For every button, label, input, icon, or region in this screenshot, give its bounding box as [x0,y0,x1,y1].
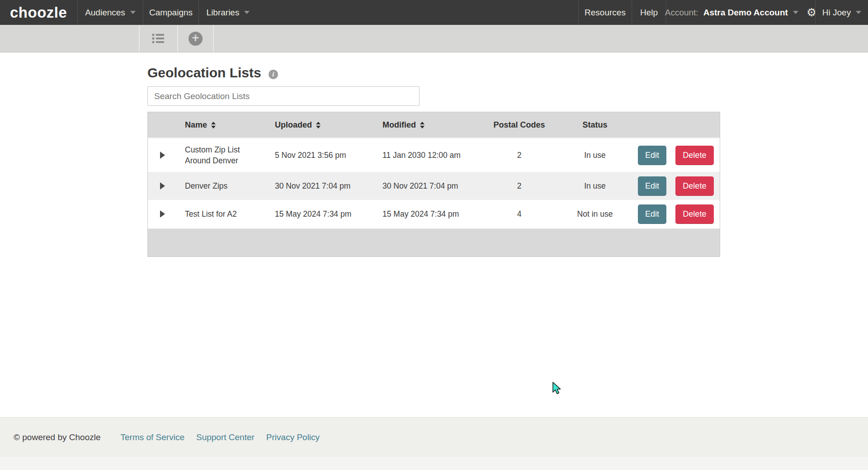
list-name: Test List for A2 [177,200,267,228]
navbar-spacer [257,0,578,25]
sort-icon [316,122,321,128]
nav-user-menu[interactable]: Hi Joey [815,0,868,25]
edit-button[interactable]: Edit [638,204,666,224]
table-row: Denver Zips 30 Nov 2021 7:04 pm 30 Nov 2… [148,172,720,200]
choozle-logo[interactable]: choozle [0,0,77,25]
table-footer-strip [148,228,720,256]
actions-column-header [638,112,720,138]
nav-campaigns[interactable]: Campaigns [143,0,198,25]
status-value: In use [552,138,638,172]
chevron-down-icon [244,11,250,14]
terms-of-service-link[interactable]: Terms of Service [121,432,184,442]
nav-resources-label: Resources [585,8,626,18]
main-content: Geolocation Lists i Name Uploaded [0,52,868,417]
status-header: Status [552,112,638,138]
sort-by-name[interactable]: Name [177,120,267,130]
status-value: In use [552,172,638,200]
modified-value: 30 Nov 2021 7:04 pm [376,172,486,200]
nav-help-label: Help [640,8,658,18]
tab-add-new[interactable]: + [178,25,213,52]
nav-audiences[interactable]: Audiences [77,0,143,25]
uploaded-value: 30 Nov 2021 7:04 pm [267,172,376,200]
sort-by-modified[interactable]: Modified [376,120,486,130]
privacy-policy-link[interactable]: Privacy Policy [266,432,320,442]
status-value: Not in use [552,200,638,228]
modified-value: 11 Jan 2030 12:00 am [376,138,486,172]
info-icon[interactable]: i [269,70,278,79]
nav-resources[interactable]: Resources [578,0,632,25]
delete-button[interactable]: Delete [675,176,714,196]
sort-icon [211,122,216,128]
geolocation-lists-table: Name Uploaded Modified Postal Codes Stat… [147,112,720,257]
nav-campaigns-label: Campaigns [149,8,193,18]
tab-separator [213,25,214,52]
sort-by-uploaded[interactable]: Uploaded [267,120,376,130]
chevron-down-icon [793,11,798,14]
uploaded-header-label: Uploaded [275,120,312,130]
nav-libraries[interactable]: Libraries [198,0,257,25]
table-header-row: Name Uploaded Modified Postal Codes Stat… [148,112,720,138]
copyright-text: © powered by Choozle [14,432,101,442]
page-title: Geolocation Lists [147,65,261,81]
expand-column-header [148,112,177,138]
support-center-link[interactable]: Support Center [196,432,255,442]
search-input[interactable] [147,86,420,106]
uploaded-value: 15 May 2024 7:34 pm [267,200,376,228]
postal-codes-value: 4 [486,200,552,228]
chevron-down-icon [856,11,861,14]
top-navbar: choozle Audiences Campaigns Libraries Re… [0,0,868,25]
nav-libraries-label: Libraries [207,8,240,18]
tab-strip: + [0,25,868,52]
list-icon [152,33,165,44]
account-prefix-label: Account: [665,8,698,18]
delete-button[interactable]: Delete [675,146,714,165]
modified-value: 15 May 2024 7:34 pm [376,200,486,228]
nav-audiences-label: Audiences [85,8,125,18]
list-name: Custom Zip List Around Denver [177,138,267,172]
expand-row-icon[interactable] [160,182,165,190]
modified-header-label: Modified [382,120,416,130]
name-header-label: Name [185,120,207,130]
chevron-down-icon [130,11,136,14]
postal-codes-value: 2 [486,172,552,200]
postal-codes-header: Postal Codes [486,112,552,138]
edit-button[interactable]: Edit [638,146,666,165]
plus-circle-icon: + [189,32,203,46]
account-name: Astra Demo Account [703,8,788,18]
uploaded-value: 5 Nov 2021 3:56 pm [267,138,376,172]
delete-button[interactable]: Delete [675,204,714,224]
bottom-strip [0,457,868,470]
nav-account-switcher[interactable]: Account: Astra Demo Account ⚙ [666,0,815,25]
expand-row-icon[interactable] [160,152,165,159]
tab-geolocation-lists[interactable] [140,25,177,52]
page-footer: © powered by Choozle Terms of Service Su… [0,417,868,457]
sort-icon [420,122,425,128]
user-greeting-label: Hi Joey [822,8,851,18]
postal-codes-value: 2 [486,138,552,172]
edit-button[interactable]: Edit [638,176,666,196]
list-name: Denver Zips [177,172,267,200]
expand-row-icon[interactable] [160,210,165,218]
table-row: Test List for A2 15 May 2024 7:34 pm 15 … [148,200,720,228]
nav-help[interactable]: Help [632,0,666,25]
table-row: Custom Zip List Around Denver 5 Nov 2021… [148,138,720,172]
